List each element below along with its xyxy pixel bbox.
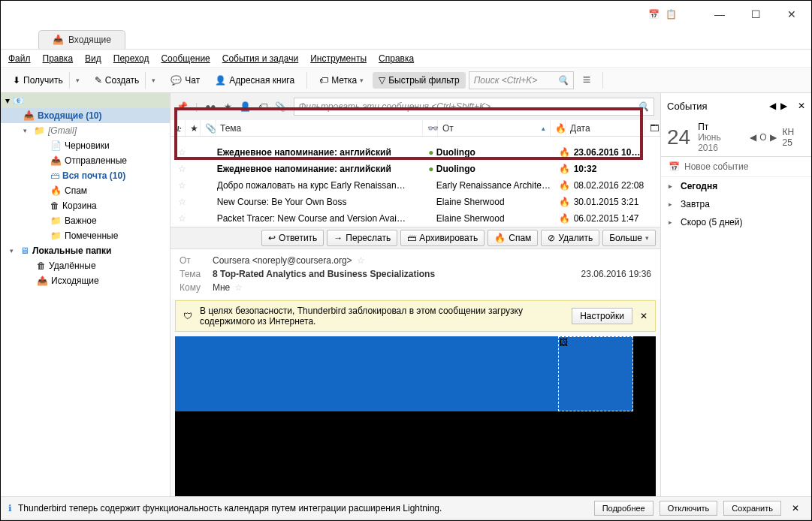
archive-button[interactable]: 🗃Архивировать [400, 230, 484, 246]
star-toggle[interactable]: ☆ [175, 164, 190, 174]
col-read[interactable]: 👓 [423, 120, 438, 136]
folder-allmail[interactable]: 🗃 Вся почта (10) [1, 168, 170, 183]
menu-tools[interactable]: Инструменты [310, 53, 367, 64]
pin-icon[interactable]: 📌 [177, 101, 188, 112]
message-row[interactable]: ☆New Course: Be Your Own BossElaine Sher… [171, 194, 660, 210]
expander-icon[interactable]: ▾ [23, 127, 31, 134]
cal-soon[interactable]: ▸ Скоро (5 дней) [661, 213, 811, 231]
from-value[interactable]: Coursera <noreply@coursera.org> [213, 255, 352, 266]
message-preview[interactable]: 🖼 [175, 336, 656, 496]
global-search-input[interactable]: Поиск <Ctrl+K> 🔍 [469, 71, 574, 89]
quick-filter-button[interactable]: ▽ Быстрый фильтр [373, 72, 465, 89]
menu-events[interactable]: События и задачи [222, 53, 298, 64]
chevron-down-icon[interactable]: ▾ [76, 77, 80, 84]
menu-file[interactable]: Файл [8, 53, 31, 64]
prev-icon[interactable]: ◀ [769, 101, 776, 111]
chevron-down-icon[interactable]: ▾ [360, 77, 364, 84]
app-menu-button[interactable]: ≡ [577, 72, 597, 88]
star-icon[interactable]: ☆ [234, 282, 243, 293]
star-toggle[interactable]: ☆ [175, 147, 190, 158]
col-junk[interactable]: 🔥 [551, 120, 566, 136]
reply-button[interactable]: ↩Ответить [261, 230, 324, 246]
expander-icon[interactable]: ▾ [10, 247, 17, 254]
unread-icon[interactable]: ●● [205, 101, 216, 112]
disable-button[interactable]: Отключить [660, 501, 718, 516]
forward-button[interactable]: →Переслать [327, 230, 397, 246]
folder-spam[interactable]: 🔥 Спам [1, 183, 170, 198]
close-icon[interactable]: ✕ [798, 101, 805, 111]
star-icon[interactable]: ☆ [357, 255, 365, 266]
maximize-button[interactable]: ☐ [745, 8, 766, 20]
menu-view[interactable]: Вид [85, 53, 101, 64]
chat-button[interactable]: 💬 Чат [165, 72, 206, 89]
attach-icon[interactable]: 📎 [275, 101, 286, 112]
close-icon[interactable]: ✕ [792, 503, 799, 513]
next-week-icon[interactable]: ▶ [770, 132, 777, 143]
col-from[interactable]: От▴ [438, 120, 551, 136]
account-row[interactable]: ▾ 📧 [1, 93, 170, 108]
chevron-down-icon[interactable]: ▾ [152, 77, 155, 84]
expander-icon[interactable]: ▾ [5, 95, 10, 106]
col-subject[interactable]: Тема [216, 120, 423, 136]
folder-local[interactable]: ▾ 🖥 Локальные папки [1, 243, 170, 258]
message-row[interactable]: ☆Ежедневное напоминание: английский●Duol… [171, 161, 660, 177]
folder-trash[interactable]: 🗑 Корзина [1, 198, 170, 213]
tag-button[interactable]: 🏷 Метка ▾ [313, 72, 370, 89]
menu-message[interactable]: Сообщение [161, 53, 210, 64]
settings-button[interactable]: Настройки [572, 308, 632, 324]
col-attach[interactable]: 📎 [201, 120, 216, 136]
prev-week-icon[interactable]: ◀ [750, 132, 756, 143]
save-button[interactable]: Сохранить [723, 501, 781, 516]
menu-help[interactable]: Справка [379, 53, 414, 64]
folder-inbox[interactable]: 📥 Входящие (10) [1, 108, 170, 123]
folder-drafts[interactable]: 📄 Черновики [1, 138, 170, 153]
more-info-button[interactable]: Подробнее [594, 501, 654, 516]
cal-tomorrow[interactable]: ▸ Завтра [661, 195, 811, 213]
folder-deleted[interactable]: 🗑 Удалённые [1, 258, 170, 273]
star-toggle[interactable]: ☆ [175, 213, 190, 224]
to-value[interactable]: Мне [213, 282, 230, 293]
close-icon[interactable]: ✕ [640, 311, 647, 321]
star-toggle[interactable]: ☆ [175, 180, 190, 191]
col-date[interactable]: Дата [566, 120, 645, 136]
delete-button[interactable]: ⊘Удалить [541, 230, 599, 246]
address-book-button[interactable]: 👤 Адресная книга [209, 72, 300, 89]
quick-filter-input[interactable]: Фильтровать эти сообщения <Ctrl+Shift+K>… [294, 98, 654, 116]
tasks-small-icon[interactable]: 📋 [666, 9, 677, 20]
folder-sent[interactable]: 📤 Отправленные [1, 153, 170, 168]
junk-icon[interactable]: 🔥 [556, 147, 574, 158]
spam-button[interactable]: 🔥Спам [488, 230, 538, 246]
star-icon[interactable]: ★ [224, 101, 232, 112]
folder-important[interactable]: 📁 Важное [1, 213, 170, 228]
read-dot[interactable]: ● [426, 147, 436, 158]
menu-edit[interactable]: Правка [43, 53, 74, 64]
tag-icon[interactable]: 🏷 [258, 101, 267, 112]
calendar-small-icon[interactable]: 📅 [648, 9, 660, 20]
create-button[interactable]: ✎ Создать ▾ [89, 69, 162, 92]
close-button[interactable]: ✕ [781, 8, 802, 20]
next-icon[interactable]: ▶ [780, 101, 787, 111]
folder-gmail[interactable]: ▾ 📁 [Gmail] [1, 123, 170, 138]
today-nav[interactable]: O [759, 132, 766, 143]
junk-icon[interactable]: 🔥 [556, 180, 574, 191]
star-toggle[interactable]: ☆ [175, 197, 190, 207]
message-row[interactable]: ☆Ежедневное напоминание: английский●Duol… [171, 144, 660, 161]
message-row[interactable]: ☆Добро пожаловать на курс Early Renaissa… [171, 177, 660, 194]
junk-icon[interactable]: 🔥 [556, 197, 574, 207]
folder-starred[interactable]: 📁 Помеченные [1, 228, 170, 243]
menu-go[interactable]: Переход [113, 53, 149, 64]
col-thread[interactable]: ቲ [171, 120, 186, 136]
more-button[interactable]: Больше▾ [602, 230, 656, 246]
tab-inbox[interactable]: 📥 Входящие [38, 30, 125, 49]
new-event-button[interactable]: 📅 Новое событие [661, 157, 811, 177]
message-row[interactable]: ☆Packet Tracer: New Course and Version A… [171, 210, 660, 227]
minimize-button[interactable]: — [709, 8, 730, 20]
col-picker[interactable]: 🗔 [645, 120, 660, 136]
folder-outgoing[interactable]: 📤 Исходящие [1, 273, 170, 288]
junk-icon[interactable]: 🔥 [556, 164, 574, 174]
get-mail-button[interactable]: ⬇ Получить ▾ [7, 69, 86, 92]
read-dot[interactable]: ● [426, 164, 436, 174]
col-star[interactable]: ★ [186, 120, 201, 136]
cal-today[interactable]: ▸ Сегодня [661, 177, 811, 195]
junk-icon[interactable]: 🔥 [556, 213, 574, 224]
